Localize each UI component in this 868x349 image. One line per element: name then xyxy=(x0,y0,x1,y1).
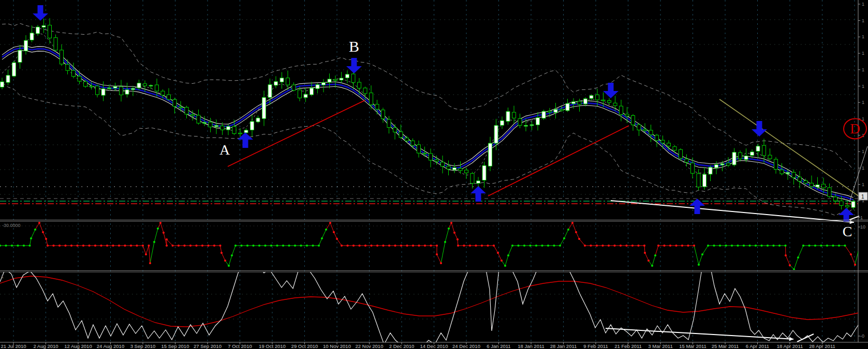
date-label: 29 Oct 2010 xyxy=(291,343,318,349)
middle-panel-level-label: -30.0000 xyxy=(2,223,21,228)
date-label: 27 Sep 2010 xyxy=(194,343,222,349)
label-c[interactable]: C xyxy=(843,224,852,239)
date-label: 28 Apr 2011 xyxy=(809,343,835,349)
date-label: 22 Nov 2010 xyxy=(356,343,384,349)
buy-signal-arrow[interactable] xyxy=(470,186,486,202)
label-b[interactable]: B xyxy=(349,39,359,54)
label-a[interactable]: A xyxy=(219,143,230,157)
bottom-panel-left-label: 1 xyxy=(1,274,4,279)
date-label: 10 Nov 2010 xyxy=(323,343,351,349)
candles-layer xyxy=(1,18,856,214)
sell-signal-arrow[interactable] xyxy=(33,5,48,21)
right-axis-label: 1 xyxy=(862,84,864,89)
date-label: 18 Jan 2011 xyxy=(518,343,545,349)
date-label: 12 Aug 2010 xyxy=(64,343,92,349)
trendlines[interactable] xyxy=(228,99,867,342)
sell-signal-arrow[interactable] xyxy=(603,83,619,98)
current-price-label: 1 xyxy=(861,194,864,200)
right-axis-label: 1 xyxy=(862,2,864,7)
label-d: D xyxy=(850,122,860,136)
date-axis[interactable]: 21 Jul 20102 Aug 201012 Aug 201024 Aug 2… xyxy=(1,342,835,349)
white-trendline-bottom-arrowhead xyxy=(789,337,793,341)
right-axis-label: 1 xyxy=(862,18,864,23)
ma-ribbon xyxy=(2,46,854,202)
sell-signal-arrow[interactable] xyxy=(346,58,362,73)
date-label: 6 Apr 2011 xyxy=(746,343,769,349)
date-label: 6 Jan 2011 xyxy=(487,343,510,349)
red-trendline-2[interactable] xyxy=(488,126,629,196)
date-label: 7 Oct 2010 xyxy=(228,343,252,349)
olive-trendline[interactable] xyxy=(719,99,859,196)
right-axis-label: 1 xyxy=(862,51,864,56)
date-label: 14 Dec 2010 xyxy=(420,343,448,349)
horizontal-level-lines[interactable] xyxy=(0,187,858,204)
trading-chart-window[interactable]: 1111111111111110-0121 Jul 20102 Aug 2010… xyxy=(0,0,868,349)
chart-canvas[interactable]: 1111111111111110-0121 Jul 20102 Aug 2010… xyxy=(0,0,868,349)
date-label: 2 Aug 2010 xyxy=(33,343,58,349)
red-trendline-1[interactable] xyxy=(228,100,365,166)
date-label: 15 Mar 2011 xyxy=(679,343,707,349)
date-label: 2 Dec 2010 xyxy=(389,343,415,349)
right-axis-label: 1 xyxy=(862,182,864,187)
date-label: 19 Oct 2010 xyxy=(259,343,286,349)
right-axis-label: 10 xyxy=(860,224,865,230)
grid xyxy=(0,0,858,342)
right-axis-label: 1 xyxy=(862,67,864,72)
date-label: 21 Feb 2011 xyxy=(614,343,642,349)
date-label: 24 Aug 2010 xyxy=(97,343,124,349)
date-label: 21 Jul 2010 xyxy=(1,343,26,349)
signal-arrows[interactable] xyxy=(33,5,854,223)
dot-semaphore-indicator xyxy=(0,222,860,270)
bollinger-bands xyxy=(2,23,854,215)
right-axis-label: 1 xyxy=(860,215,863,220)
date-label: 3 Sep 2010 xyxy=(130,343,156,349)
right-axis-label: 1 xyxy=(862,100,864,105)
date-label: 24 Dec 2010 xyxy=(452,343,480,349)
date-label: 18 Apr 2011 xyxy=(777,343,803,349)
right-axis-label: -0 xyxy=(860,333,864,339)
right-axis-label: 1 xyxy=(862,165,864,171)
right-axis-label: 1 xyxy=(862,149,864,154)
date-label: 25 Mar 2011 xyxy=(712,343,739,349)
label-d-circle[interactable]: D xyxy=(843,118,867,140)
date-label: 28 Jan 2011 xyxy=(550,343,577,349)
date-label: 3 Mar 2011 xyxy=(648,343,672,349)
right-axis-label: 1 xyxy=(862,34,864,39)
date-label: 9 Feb 2011 xyxy=(583,343,608,349)
date-label: 15 Sep 2010 xyxy=(161,343,189,349)
